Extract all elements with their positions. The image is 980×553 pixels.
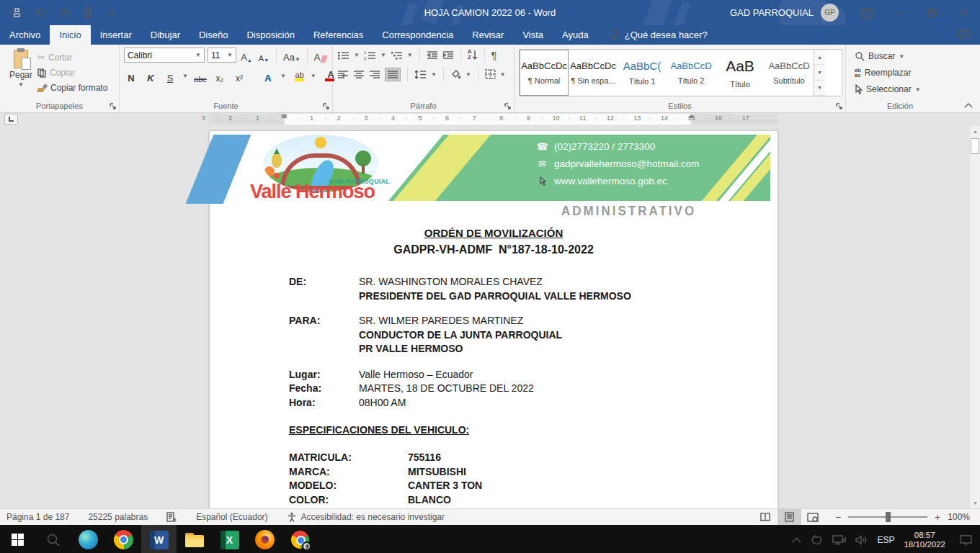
zoom-in-button[interactable]: + (935, 511, 940, 523)
font-dialog-launcher-icon[interactable] (323, 103, 329, 109)
multilevel-list-button[interactable] (391, 50, 403, 60)
align-right-button[interactable] (369, 70, 380, 79)
zoom-level[interactable]: 100% (948, 512, 970, 522)
font-size-combo[interactable]: 11▼ (208, 48, 236, 63)
tab-selector[interactable] (4, 114, 18, 125)
read-mode-button[interactable] (754, 509, 778, 525)
zoom-slider-thumb[interactable] (886, 512, 891, 522)
tab-insertar[interactable]: Insertar (91, 25, 141, 45)
sort-button[interactable]: A Z (468, 49, 478, 60)
comments-icon[interactable] (958, 25, 970, 45)
font-name-combo[interactable]: Calibri▼ (124, 48, 205, 63)
zoom-slider[interactable] (848, 516, 927, 518)
change-case-button[interactable]: Aa▼ (282, 48, 302, 63)
restore-button[interactable] (915, 0, 948, 25)
select-dropdown-icon[interactable]: ▼ (915, 86, 921, 93)
tray-chevron-icon[interactable] (792, 537, 801, 543)
line-spacing-button[interactable] (414, 70, 427, 79)
scrollbar-thumb[interactable] (971, 138, 979, 154)
style-heading2[interactable]: AaBbCcD Título 2 (667, 50, 716, 96)
web-layout-button[interactable] (801, 509, 825, 525)
style-no-spacing[interactable]: AaBbCcDc ¶ Sin espa... (569, 50, 618, 96)
tab-revisar[interactable]: Revisar (463, 25, 513, 45)
document-body[interactable]: DE: SR. WASHINGTON MORALES CHAVEZ PRESID… (289, 275, 772, 507)
tab-dibujar[interactable]: Dibujar (141, 25, 190, 45)
text-effects-dropdown-icon[interactable]: ▼ (280, 73, 286, 79)
clipboard-dialog-launcher-icon[interactable] (110, 103, 116, 109)
tray-volume-icon[interactable] (855, 535, 868, 545)
hanging-indent-marker[interactable] (281, 114, 288, 118)
shading-dropdown-icon[interactable]: ▼ (466, 71, 471, 78)
scroll-down-icon[interactable]: ▼ (970, 498, 980, 508)
action-center-icon[interactable] (959, 534, 973, 546)
close-button[interactable] (948, 0, 980, 25)
styles-scroll-down-icon[interactable]: ▼ (814, 65, 825, 80)
ruler-strip[interactable]: 3211234567891011121314151617············… (209, 114, 778, 125)
account-avatar[interactable]: GP (821, 4, 839, 22)
superscript-button[interactable]: x² (232, 68, 246, 84)
cut-button[interactable]: ✂ Cortar (37, 50, 107, 65)
vertical-scrollbar[interactable]: ▲ ▼ (969, 126, 980, 508)
taskbar-chrome[interactable] (106, 525, 141, 553)
tab-archivo[interactable]: Archivo (0, 25, 50, 45)
clear-format-button[interactable]: A (313, 48, 328, 63)
numbered-list-dropdown-icon[interactable]: ▼ (380, 52, 386, 58)
account-name[interactable]: GAD PARROQUIAL (730, 7, 814, 18)
decrease-indent-button[interactable] (427, 50, 438, 60)
align-center-button[interactable] (353, 70, 365, 79)
highlight-dropdown-icon[interactable]: ▼ (311, 73, 316, 79)
styles-dialog-launcher-icon[interactable] (836, 103, 842, 109)
style-normal[interactable]: AaBbCcDc ¶ Normal (520, 50, 569, 96)
shrink-font-button[interactable]: A▼ (257, 48, 271, 63)
paste-dropdown-icon[interactable]: ▼ (18, 81, 24, 88)
bullet-list-dropdown-icon[interactable]: ▼ (354, 52, 360, 58)
redo-icon[interactable] (58, 6, 71, 19)
tab-referencias[interactable]: Referencias (304, 25, 373, 45)
subscript-button[interactable]: x₂ (213, 68, 227, 84)
taskbar-firefox[interactable] (247, 525, 282, 553)
replace-button[interactable]: ab ac Reemplazar (855, 66, 951, 80)
undo-icon[interactable] (34, 6, 47, 19)
grow-font-button[interactable]: A▲ (239, 48, 254, 63)
format-painter-button[interactable]: Copiar formato (37, 81, 107, 95)
tab-inicio[interactable]: Inicio (50, 25, 90, 45)
taskbar-excel[interactable]: X (212, 525, 247, 553)
underline-dropdown-icon[interactable]: ▼ (182, 73, 188, 79)
tray-language[interactable]: ESP (877, 535, 894, 545)
increase-indent-button[interactable] (442, 50, 454, 60)
find-dropdown-icon[interactable]: ▼ (899, 53, 904, 60)
tellme-box[interactable]: ¿Qué desea hacer? (610, 25, 708, 45)
taskbar-edge[interactable] (71, 525, 106, 553)
zoom-out-button[interactable]: − (835, 511, 841, 523)
style-title[interactable]: AaB Título (716, 50, 765, 96)
underline-button[interactable]: S (163, 68, 177, 84)
shading-button[interactable] (450, 69, 461, 79)
proofing-icon[interactable] (166, 512, 177, 523)
numbered-list-button[interactable]: 12 (364, 50, 376, 60)
page-indicator[interactable]: Página 1 de 187 (6, 512, 69, 522)
word-count[interactable]: 25225 palabras (88, 512, 148, 522)
styles-more-icon[interactable]: ▼ (814, 81, 825, 96)
bold-button[interactable]: N (124, 68, 138, 84)
document-page[interactable]: Valle Hermoso GAD PARROQUIAL ☎ (02)27732… (209, 130, 778, 508)
style-heading1[interactable]: AaBbC( Título 1 (618, 50, 667, 96)
paragraph-dialog-launcher-icon[interactable] (504, 103, 511, 109)
tray-clock[interactable]: 08:57 18/10/2022 (904, 531, 945, 549)
minimize-button[interactable] (883, 0, 915, 25)
taskbar-search-button[interactable] (35, 525, 71, 553)
tray-network-icon[interactable] (832, 534, 846, 545)
bullet-list-button[interactable] (337, 50, 349, 60)
print-layout-button[interactable] (778, 509, 801, 525)
borders-button[interactable] (485, 69, 496, 79)
tab-disposicion[interactable]: Disposición (237, 25, 303, 45)
language-indicator[interactable]: Español (Ecuador) (196, 512, 267, 522)
align-left-button[interactable] (337, 70, 349, 79)
highlight-button[interactable]: ab (291, 68, 306, 84)
tab-diseno[interactable]: Diseño (190, 25, 237, 45)
ribbon-display-options-icon[interactable] (850, 0, 883, 25)
multilevel-list-dropdown-icon[interactable]: ▼ (407, 52, 413, 58)
taskbar-word[interactable]: W (141, 525, 177, 553)
tab-ayuda[interactable]: Ayuda (553, 25, 598, 45)
customize-qat-icon[interactable] (105, 6, 118, 19)
style-subtitle[interactable]: AaBbCcD Subtítulo (765, 50, 814, 96)
